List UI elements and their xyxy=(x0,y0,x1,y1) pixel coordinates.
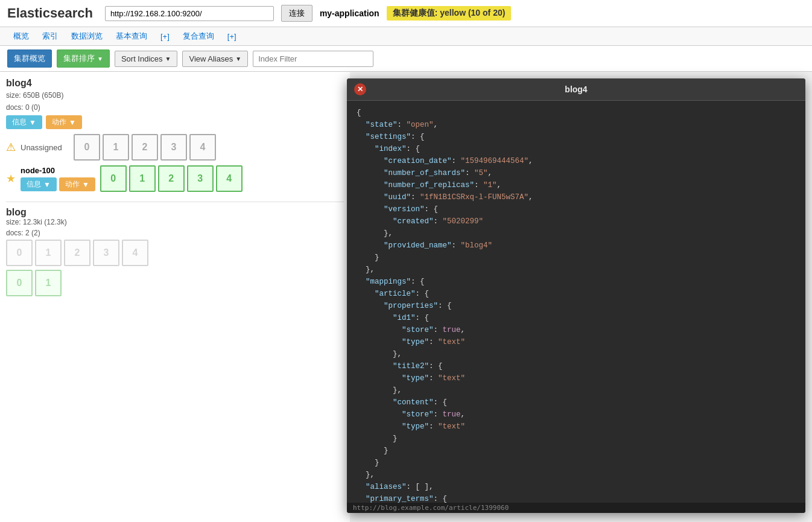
blog-index-name: blog xyxy=(6,207,344,218)
cluster-health-badge: 集群健康值: yellow (10 of 20) xyxy=(387,6,512,21)
blog-shards-partial: 0 1 2 3 4 xyxy=(6,240,344,266)
blog-index-block: blog size: 12.3ki (12.3k) docs: 2 (2) 0 … xyxy=(6,207,344,296)
modal-statusbar: http://blog.example.com/article/1399060 xyxy=(347,503,805,513)
blog4-info-button[interactable]: 信息 ▼ xyxy=(6,115,42,129)
blog-shard-0: 0 xyxy=(6,240,33,266)
nav-basic-query-plus[interactable]: [+] xyxy=(154,28,176,45)
nav-data-browser[interactable]: 数据浏览 xyxy=(65,27,109,45)
shard-box-3: 3 xyxy=(160,134,187,161)
shard-box-0: 0 xyxy=(74,134,100,161)
app-title: Elasticsearch xyxy=(7,5,93,21)
navbar: 概览 索引 数据浏览 基本查询 [+] 复合查询 [+] xyxy=(0,27,812,46)
node-100-name: node-100 xyxy=(21,166,95,175)
node-100-action-label: 动作 xyxy=(65,179,80,189)
modal-title: blog4 xyxy=(565,84,587,94)
shard-primary-4: 4 xyxy=(216,165,243,192)
shard-box-2: 2 xyxy=(132,134,158,161)
view-aliases-arrow-icon: ▼ xyxy=(235,56,241,62)
node-100-info-button[interactable]: 信息 ▼ xyxy=(21,177,57,191)
nav-overview[interactable]: 概览 xyxy=(7,27,35,45)
main-content: blog4 size: 650B (650B) docs: 0 (0) 信息 ▼… xyxy=(0,72,812,522)
unassigned-label: Unassigned xyxy=(21,143,69,152)
blog-shard-4: 4 xyxy=(122,240,148,266)
nav-index[interactable]: 索引 xyxy=(36,27,64,45)
modal-body[interactable]: { "state": "open", "settings": { "index"… xyxy=(347,101,805,503)
blog4-index-block: blog4 size: 650B (650B) docs: 0 (0) 信息 ▼… xyxy=(6,78,344,192)
url-input[interactable] xyxy=(105,6,274,21)
shard-primary-1: 1 xyxy=(129,165,156,192)
view-aliases-button[interactable]: View Aliases ▼ xyxy=(182,51,248,67)
sort-indices-arrow-icon: ▼ xyxy=(97,56,103,62)
shard-box-1: 1 xyxy=(103,134,129,161)
node-100-info-arrow: ▼ xyxy=(43,180,51,189)
blog-primary-0: 0 xyxy=(6,270,33,296)
blog4-action-button[interactable]: 动作 ▼ xyxy=(46,115,82,129)
unassigned-shards: 0 1 2 3 4 xyxy=(74,134,216,161)
blog4-action-label: 动作 xyxy=(52,117,66,127)
toolbar: 集群概览 集群排序 ▼ Sort Indices ▼ View Aliases … xyxy=(0,46,812,72)
warning-icon: ⚠ xyxy=(6,141,16,154)
modal-header: ✕ blog4 xyxy=(347,78,805,101)
shard-primary-3: 3 xyxy=(187,165,214,192)
blog-shard-3: 3 xyxy=(93,240,119,266)
connect-button[interactable]: 连接 xyxy=(281,5,312,22)
blog-shard-2: 2 xyxy=(64,240,90,266)
shard-primary-0: 0 xyxy=(100,165,127,192)
blog-size: size: 12.3ki (12.3k) xyxy=(6,218,344,226)
blog4-index-name: blog4 xyxy=(6,78,344,89)
nav-complex-query[interactable]: 复合查询 xyxy=(177,27,220,45)
blog4-actions: 信息 ▼ 动作 ▼ xyxy=(6,115,344,129)
sort-indices-dropdown-button[interactable]: Sort Indices ▼ xyxy=(115,51,178,67)
app-name: my-application xyxy=(320,8,379,18)
sort-indices-dropdown-label: Sort Indices xyxy=(121,54,163,63)
node-100-row: ★ node-100 信息 ▼ 动作 ▼ 0 xyxy=(6,165,344,192)
header: Elasticsearch 连接 my-application 集群健康值: y… xyxy=(0,0,812,27)
node-100-info-label: 信息 xyxy=(27,179,41,189)
section-divider xyxy=(6,202,344,202)
cluster-overview-button[interactable]: 集群概览 xyxy=(7,49,52,68)
shard-primary-2: 2 xyxy=(158,165,185,192)
nav-complex-query-plus[interactable]: [+] xyxy=(221,28,243,45)
unassigned-row: ⚠ Unassigned 0 1 2 3 4 xyxy=(6,134,344,161)
shard-box-4: 4 xyxy=(189,134,216,161)
blog-shard-1: 1 xyxy=(35,240,62,266)
json-modal: ✕ blog4 { "state": "open", "settings": {… xyxy=(347,78,805,513)
node-100-action-button[interactable]: 动作 ▼ xyxy=(59,177,95,191)
nav-basic-query[interactable]: 基本查询 xyxy=(110,27,153,45)
modal-close-button[interactable]: ✕ xyxy=(354,83,366,95)
blog-docs: docs: 2 (2) xyxy=(6,229,344,237)
blog4-action-arrow-icon: ▼ xyxy=(69,118,76,127)
blog4-docs: docs: 0 (0) xyxy=(6,103,344,112)
blog4-info-label: 信息 xyxy=(12,117,27,127)
sort-indices-button[interactable]: 集群排序 ▼ xyxy=(57,49,110,68)
index-filter-input[interactable] xyxy=(253,51,373,67)
star-icon: ★ xyxy=(6,172,16,185)
blog-primary-shards-partial: 0 1 xyxy=(6,270,344,296)
node-100-action-arrow: ▼ xyxy=(82,180,89,189)
sort-indices-label: 集群排序 xyxy=(63,53,95,64)
view-aliases-label: View Aliases xyxy=(189,54,233,63)
blog-primary-1: 1 xyxy=(35,270,62,296)
left-panel: blog4 size: 650B (650B) docs: 0 (0) 信息 ▼… xyxy=(0,72,350,522)
sort-dropdown-arrow-icon: ▼ xyxy=(165,56,171,62)
blog4-size: size: 650B (650B) xyxy=(6,91,344,100)
node-100-shards: 0 1 2 3 4 xyxy=(100,165,243,192)
blog4-info-arrow-icon: ▼ xyxy=(29,118,36,127)
